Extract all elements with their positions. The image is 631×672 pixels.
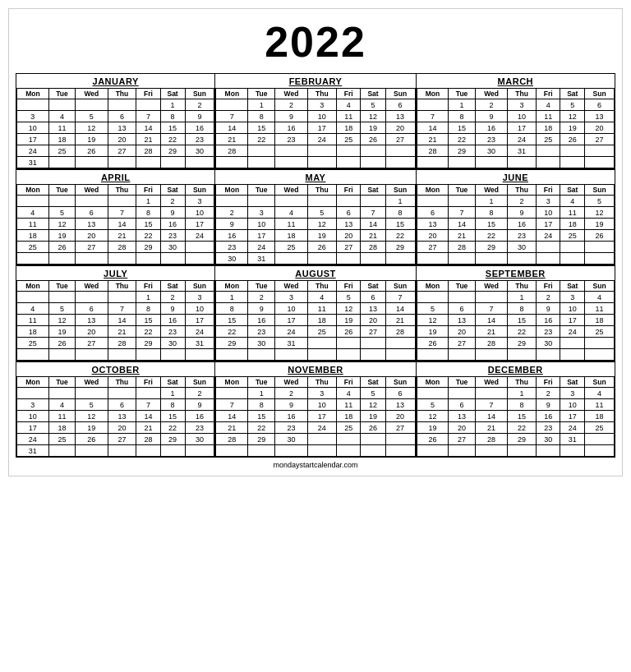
day-cell: 1	[216, 292, 248, 303]
day-cell: 25	[17, 338, 49, 349]
day-cell: 4	[17, 303, 49, 315]
day-cell: 3	[560, 292, 585, 303]
day-cell: 11	[17, 219, 49, 230]
day-header: Wed	[76, 281, 108, 292]
day-cell	[108, 253, 136, 265]
month-title: APRIL	[16, 170, 214, 184]
day-cell: 14	[136, 122, 160, 134]
day-cell: 9	[248, 303, 275, 315]
day-cell: 28	[216, 434, 248, 445]
day-cell	[449, 292, 475, 303]
day-header: Tue	[248, 89, 275, 99]
day-cell: 15	[160, 411, 185, 422]
day-cell: 16	[275, 411, 308, 422]
day-header: Sun	[185, 377, 214, 388]
day-header: Fri	[336, 185, 361, 196]
cal-table: MonTueWedThuFriSatSun1234567891011121314…	[417, 88, 615, 168]
day-cell: 30	[160, 338, 185, 349]
day-cell	[585, 349, 615, 361]
day-cell: 20	[76, 326, 108, 338]
day-cell: 4	[536, 99, 560, 111]
day-cell: 19	[336, 315, 361, 326]
day-cell: 6	[585, 99, 615, 111]
day-cell: 25	[336, 422, 361, 434]
day-cell: 17	[185, 219, 214, 230]
day-cell: 30	[185, 434, 214, 445]
day-cell	[417, 99, 449, 111]
day-cell: 30	[475, 145, 507, 157]
day-cell: 23	[248, 326, 275, 338]
day-cell: 27	[449, 434, 475, 445]
day-cell	[385, 349, 415, 361]
day-cell	[560, 145, 585, 157]
day-cell: 7	[385, 292, 415, 303]
day-cell: 29	[160, 434, 185, 445]
day-cell	[417, 349, 449, 361]
day-cell: 10	[307, 399, 336, 411]
day-header: Mon	[417, 281, 449, 292]
day-header: Sun	[585, 281, 615, 292]
day-cell: 9	[160, 207, 185, 219]
day-cell	[216, 99, 248, 111]
day-header: Sat	[560, 377, 585, 388]
day-cell	[336, 445, 361, 457]
day-cell: 28	[108, 338, 136, 349]
day-cell: 17	[248, 230, 275, 242]
day-cell: 14	[417, 122, 449, 134]
day-cell	[48, 349, 75, 361]
day-cell: 27	[417, 242, 449, 253]
day-cell: 13	[449, 315, 475, 326]
day-cell: 9	[185, 111, 214, 122]
day-cell: 27	[361, 326, 385, 338]
day-cell: 25	[536, 134, 560, 145]
day-header: Thu	[307, 89, 336, 99]
day-cell: 4	[275, 207, 308, 219]
day-header: Wed	[275, 377, 308, 388]
day-cell: 4	[585, 292, 615, 303]
day-cell: 21	[216, 134, 248, 145]
day-cell: 26	[48, 242, 75, 253]
cal-table: MonTueWedThuFriSatSun1234567891011121314…	[16, 88, 214, 168]
cal-table: MonTueWedThuFriSatSun1234567891011121314…	[16, 376, 214, 457]
day-header: Thu	[508, 89, 537, 99]
day-cell	[449, 253, 475, 265]
day-cell: 24	[275, 326, 308, 338]
day-cell: 11	[17, 315, 49, 326]
day-cell: 17	[275, 315, 308, 326]
day-cell: 19	[361, 122, 385, 134]
day-header: Thu	[508, 377, 537, 388]
day-cell	[508, 349, 537, 361]
day-cell	[336, 145, 361, 157]
day-cell: 26	[48, 338, 75, 349]
day-cell	[216, 388, 248, 399]
day-header: Sun	[185, 281, 214, 292]
day-cell: 29	[508, 338, 537, 349]
day-cell: 6	[417, 207, 449, 219]
day-header: Thu	[108, 377, 136, 388]
day-header: Thu	[307, 281, 336, 292]
day-cell: 2	[275, 99, 308, 111]
day-cell: 5	[417, 399, 449, 411]
day-cell: 26	[76, 434, 108, 445]
day-cell: 10	[185, 303, 214, 315]
day-cell: 3	[307, 99, 336, 111]
day-header: Mon	[17, 281, 49, 292]
day-cell: 27	[449, 338, 475, 349]
day-cell	[585, 242, 615, 253]
day-cell: 6	[385, 99, 415, 111]
day-cell: 5	[560, 99, 585, 111]
day-cell: 17	[307, 122, 336, 134]
day-cell: 14	[108, 219, 136, 230]
day-cell: 15	[136, 219, 160, 230]
day-cell: 17	[307, 411, 336, 422]
day-cell	[361, 434, 385, 445]
day-cell	[108, 445, 136, 457]
day-cell: 19	[361, 411, 385, 422]
day-cell: 11	[585, 303, 615, 315]
month-title: DECEMBER	[417, 362, 615, 376]
day-cell	[185, 242, 214, 253]
day-cell: 11	[336, 399, 361, 411]
day-cell	[361, 445, 385, 457]
day-cell	[385, 445, 415, 457]
day-cell	[48, 292, 75, 303]
